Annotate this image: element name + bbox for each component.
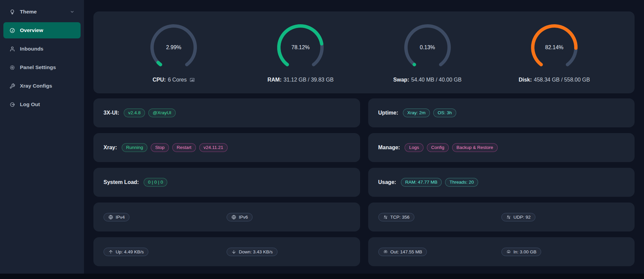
cpu-percent: 2.99% xyxy=(148,22,199,73)
traffic-card: Out: 147.55 MB In: 3.00 GB xyxy=(368,237,635,266)
system-gauges-card: 2.99% CPU: 6 Cores 78.12% xyxy=(93,11,635,93)
chevron-down-icon xyxy=(70,9,75,14)
config-button[interactable]: Config xyxy=(427,143,449,152)
sidebar-item-label: Xray Configs xyxy=(20,83,52,89)
xray-version-badge[interactable]: v24.11.21 xyxy=(199,143,228,152)
swap-gauge-column: 0.13% Swap: 54.40 MB / 40.00 GB xyxy=(364,22,491,83)
usage-threads-badge: Threads: 20 xyxy=(445,178,478,187)
usage-card: Usage: RAM: 47.77 MB Threads: 20 xyxy=(368,168,635,197)
tcp-half: TCP: 356 xyxy=(378,213,501,221)
usage-label: Usage: xyxy=(378,179,396,185)
user-icon xyxy=(9,46,15,52)
disk-label: Disk: 458.34 GB / 558.00 GB xyxy=(519,77,590,83)
sidebar-item-label: Panel Settings xyxy=(20,64,56,70)
xray-restart-button[interactable]: Restart xyxy=(172,143,196,152)
udp-half: UDP: 92 xyxy=(501,213,624,221)
upload-speed-pill: Up: 4.49 KB/s xyxy=(104,248,148,256)
uptime-card: Uptime: Xray: 2m OS: 3h xyxy=(368,98,635,127)
cpu-chart-icon[interactable] xyxy=(189,77,195,83)
system-load-label: System Load: xyxy=(104,179,139,185)
ram-gauge-column: 78.12% RAM: 31.12 GB / 39.83 GB xyxy=(237,22,364,83)
ram-percent: 78.12% xyxy=(275,22,326,73)
logout-icon xyxy=(9,102,15,107)
sidebar-item-inbounds[interactable]: Inbounds xyxy=(3,41,81,57)
theme-label: Theme xyxy=(20,9,37,15)
disk-gauge-column: 82.14% Disk: 458.34 GB / 558.00 GB xyxy=(491,22,618,83)
system-load-badge: 0 | 0 | 0 xyxy=(144,178,168,187)
ram-gauge: 78.12% xyxy=(275,22,326,73)
theme-toggle[interactable]: Theme xyxy=(3,4,81,20)
xui-version-card: 3X-UI: v2.4.8 @XrayUI xyxy=(93,98,360,127)
xray-stop-button[interactable]: Stop xyxy=(151,143,169,152)
sidebar: Theme Overview Inbounds xyxy=(0,0,84,274)
manage-card: Manage: Logs Config Backup & Restore xyxy=(368,133,635,162)
speed-card: Up: 4.49 KB/s Down: 3.43 KB/s xyxy=(93,237,360,266)
xui-version-badge[interactable]: v2.4.8 xyxy=(124,108,145,118)
globe-icon xyxy=(108,215,113,220)
wrench-icon xyxy=(9,83,15,89)
arrow-up-icon xyxy=(108,249,113,254)
logs-button[interactable]: Logs xyxy=(405,143,423,152)
sidebar-item-panel-settings[interactable]: Panel Settings xyxy=(3,59,81,75)
xray-status-badge: Running xyxy=(122,143,147,152)
out-half: Out: 147.55 MB xyxy=(378,248,501,256)
ipv4-pill[interactable]: IPv4 xyxy=(104,213,129,221)
disk-percent: 82.14% xyxy=(529,22,580,73)
cloud-upload-icon xyxy=(383,249,388,254)
download-speed-pill: Down: 3.43 KB/s xyxy=(227,248,277,256)
swap-percent: 0.13% xyxy=(402,22,453,73)
up-half: Up: 4.49 KB/s xyxy=(104,248,227,256)
xui-telegram-badge[interactable]: @XrayUI xyxy=(148,108,176,118)
swap-gauge: 0.13% xyxy=(402,22,453,73)
swap-arrows-icon xyxy=(383,215,388,220)
arrow-down-icon xyxy=(231,249,236,254)
tcp-pill: TCP: 356 xyxy=(378,213,414,221)
globe-icon xyxy=(231,215,236,220)
uptime-os-badge: OS: 3h xyxy=(433,108,456,118)
down-half: Down: 3.43 KB/s xyxy=(227,248,350,256)
in-half: In: 3.00 GB xyxy=(501,248,624,256)
xray-label: Xray: xyxy=(104,145,117,151)
swap-label: Swap: 54.40 MB / 40.00 GB xyxy=(393,77,462,83)
sidebar-item-label: Overview xyxy=(20,27,43,33)
ram-label: RAM: 31.12 GB / 39.83 GB xyxy=(267,77,333,83)
dashboard-icon xyxy=(9,28,15,33)
disk-gauge: 82.14% xyxy=(529,22,580,73)
uptime-xray-badge: Xray: 2m xyxy=(403,108,430,118)
info-cards-grid: 3X-UI: v2.4.8 @XrayUI Uptime: Xray: 2m O… xyxy=(93,98,635,266)
ipv6-half: IPv6 xyxy=(227,213,350,221)
cpu-label: CPU: 6 Cores xyxy=(153,77,195,83)
traffic-out-pill: Out: 147.55 MB xyxy=(378,248,427,256)
bulb-icon xyxy=(9,9,15,15)
xray-control-card: Xray: Running Stop Restart v24.11.21 xyxy=(93,133,360,162)
sidebar-item-label: Inbounds xyxy=(20,46,43,52)
cloud-download-icon xyxy=(506,249,511,254)
cpu-gauge-column: 2.99% CPU: 6 Cores xyxy=(110,22,237,83)
system-load-card: System Load: 0 | 0 | 0 xyxy=(93,168,360,197)
sidebar-item-xray-configs[interactable]: Xray Configs xyxy=(3,78,81,94)
main-content: 2.99% CPU: 6 Cores 78.12% xyxy=(84,0,644,274)
udp-pill: UDP: 92 xyxy=(501,213,535,221)
connections-card: TCP: 356 UDP: 92 xyxy=(368,203,635,231)
manage-label: Manage: xyxy=(378,145,400,151)
usage-ram-badge: RAM: 47.77 MB xyxy=(401,178,442,187)
swap-arrows-icon xyxy=(506,215,511,220)
backup-restore-button[interactable]: Backup & Restore xyxy=(452,143,498,152)
traffic-in-pill: In: 3.00 GB xyxy=(501,248,541,256)
app: Theme Overview Inbounds xyxy=(0,0,644,274)
ipv6-pill[interactable]: IPv6 xyxy=(227,213,253,221)
cpu-gauge: 2.99% xyxy=(148,22,199,73)
gear-icon xyxy=(9,65,15,70)
sidebar-item-log-out[interactable]: Log Out xyxy=(3,96,81,113)
ipv4-half: IPv4 xyxy=(104,213,227,221)
xui-label: 3X-UI: xyxy=(104,110,119,116)
sidebar-item-label: Log Out xyxy=(20,101,40,107)
sidebar-item-overview[interactable]: Overview xyxy=(3,22,81,38)
ip-card: IPv4 IPv6 xyxy=(93,203,360,231)
uptime-label: Uptime: xyxy=(378,110,399,116)
